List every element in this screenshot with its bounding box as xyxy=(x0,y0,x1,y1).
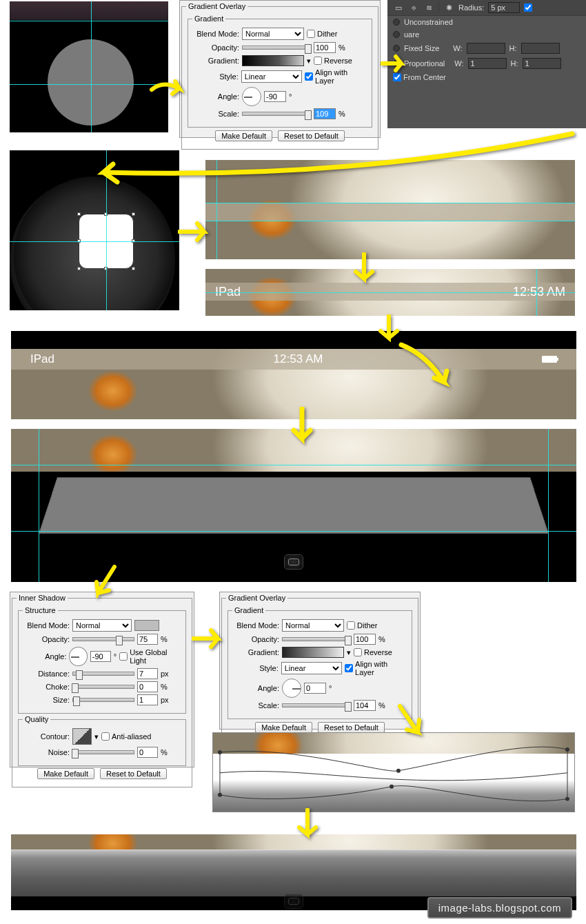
group-structure: Structure xyxy=(23,606,58,614)
color-swatch[interactable] xyxy=(134,620,159,631)
input-radius[interactable] xyxy=(488,2,520,13)
canvas-status-strip-2: IPad 12:53 AM xyxy=(205,269,575,316)
label-gradient: Gradient: xyxy=(192,57,239,65)
radio-fixed-size[interactable] xyxy=(393,45,400,52)
input-scale-2[interactable] xyxy=(354,700,376,711)
slider-is-opacity[interactable] xyxy=(72,637,134,641)
align-left-icon[interactable]: ▭ xyxy=(393,2,404,13)
input-opacity[interactable] xyxy=(314,42,336,53)
select-blend-mode-2[interactable]: Normal xyxy=(282,619,344,632)
select-blend-mode[interactable]: Normal xyxy=(242,28,304,40)
select-style[interactable]: Linear xyxy=(241,70,302,83)
canvas-status-strip-1 xyxy=(205,160,575,259)
reset-default-button[interactable]: Reset to Default xyxy=(278,130,345,141)
label-blend-mode: Blend Mode: xyxy=(192,30,239,38)
reset-default-button-2[interactable]: Reset to Default xyxy=(318,722,385,733)
canvas-status-wide: IPad 12:53 AM xyxy=(11,331,576,419)
slider-noise[interactable] xyxy=(72,750,134,754)
input-fixed-h[interactable] xyxy=(521,43,560,54)
gradient-swatch[interactable] xyxy=(242,55,304,66)
input-fixed-w[interactable] xyxy=(467,43,505,54)
contour-dropdown-icon[interactable]: ▾ xyxy=(94,732,99,741)
status-carrier: IPad xyxy=(215,285,241,299)
canvas-ellipse-guides xyxy=(10,1,168,132)
home-button-icon xyxy=(284,554,303,570)
checkbox-align-layer-2[interactable]: Align with Layer xyxy=(345,660,407,676)
input-angle-2[interactable] xyxy=(304,683,326,694)
radio-square[interactable] xyxy=(393,31,400,38)
status-time-2: 12:53 AM xyxy=(274,352,323,366)
checkbox-dither-2[interactable]: Dither xyxy=(347,621,377,630)
radio-unconstrained[interactable] xyxy=(393,19,400,26)
angle-dial-is[interactable] xyxy=(69,647,87,666)
home-button-final xyxy=(284,894,303,909)
checkbox-reverse[interactable]: Reverse xyxy=(314,57,352,65)
fieldset-title: Gradient Overlay xyxy=(186,2,247,10)
panel-shape-options: ▭ ⎆ ≋ ✺ Radius: Unconstrained uare Fixed… xyxy=(387,0,586,128)
checkbox-unknown[interactable] xyxy=(524,3,532,12)
reset-default-button-is[interactable]: Reset to Default xyxy=(100,768,167,779)
svg-point-5 xyxy=(565,797,569,801)
watermark: image-labs.blogspot.com xyxy=(427,897,572,918)
input-is-angle[interactable] xyxy=(90,651,111,662)
status-carrier-2: IPad xyxy=(30,352,54,366)
canvas-dock-warp xyxy=(11,429,576,582)
gradient-dropdown-icon[interactable]: ▾ xyxy=(307,57,311,66)
slider-opacity[interactable] xyxy=(242,46,311,50)
slider-opacity-2[interactable] xyxy=(282,637,351,641)
checkbox-dither[interactable]: Dither xyxy=(307,30,337,38)
input-angle[interactable] xyxy=(264,91,286,102)
canvas-warp-mesh xyxy=(212,732,575,812)
svg-point-0 xyxy=(396,769,401,773)
input-distance[interactable] xyxy=(137,668,158,679)
make-default-button[interactable]: Make Default xyxy=(215,130,272,141)
input-opacity-2[interactable] xyxy=(354,634,376,645)
label-angle: Angle: xyxy=(192,92,239,101)
panel-gradient-overlay-1: Gradient Overlay Gradient Blend Mode: No… xyxy=(179,0,381,138)
label-radius: Radius: xyxy=(458,3,484,12)
contour-swatch[interactable] xyxy=(72,728,92,745)
group-quality: Quality xyxy=(23,715,50,723)
angle-dial[interactable] xyxy=(242,87,261,106)
slider-size[interactable] xyxy=(72,698,134,702)
slider-distance[interactable] xyxy=(72,672,134,676)
svg-point-1 xyxy=(390,785,394,789)
checkbox-antialiased[interactable]: Anti-aliased xyxy=(101,732,151,741)
make-default-button-2[interactable]: Make Default xyxy=(255,722,312,733)
slider-choke[interactable] xyxy=(72,685,134,689)
input-prop-w[interactable] xyxy=(468,58,507,69)
input-scale[interactable] xyxy=(314,108,336,119)
input-prop-h[interactable] xyxy=(523,58,561,69)
angle-dial-2[interactable] xyxy=(282,679,301,698)
label-opacity: Opacity: xyxy=(192,43,239,52)
status-time: 12:53 AM xyxy=(513,285,565,299)
gear-icon[interactable]: ✺ xyxy=(443,2,454,13)
checkbox-global-light[interactable]: Use Global Light xyxy=(119,648,181,665)
panel-inner-shadow: Inner Shadow Structure Blend Mode: Norma… xyxy=(10,592,194,767)
input-is-opacity[interactable] xyxy=(137,634,158,645)
select-is-blend-mode[interactable]: Normal xyxy=(72,619,132,632)
gradient-dropdown-icon-2[interactable]: ▾ xyxy=(347,648,351,657)
input-choke[interactable] xyxy=(137,681,158,692)
align-center-icon[interactable]: ⎆ xyxy=(408,2,419,13)
battery-icon xyxy=(542,356,557,363)
inner-shadow-title: Inner Shadow xyxy=(17,594,68,602)
svg-point-3 xyxy=(565,747,569,752)
checkbox-reverse-2[interactable]: Reverse xyxy=(354,648,392,656)
svg-point-2 xyxy=(218,750,222,754)
input-size[interactable] xyxy=(137,694,158,705)
group-gradient: Gradient xyxy=(192,14,225,23)
panel-gradient-overlay-2: Gradient Overlay Gradient Blend Mode: No… xyxy=(219,592,421,730)
radio-proportional[interactable] xyxy=(393,60,400,67)
slider-scale[interactable] xyxy=(242,112,311,116)
slider-scale-2[interactable] xyxy=(282,703,351,707)
label-scale: Scale: xyxy=(192,110,239,118)
checkbox-align-layer[interactable]: Align with Layer xyxy=(305,68,367,85)
select-style-2[interactable]: Linear xyxy=(281,662,342,674)
make-default-button-is[interactable]: Make Default xyxy=(37,768,94,779)
gradient-swatch-2[interactable] xyxy=(282,647,344,658)
layers-icon[interactable]: ≋ xyxy=(423,2,434,13)
svg-point-4 xyxy=(218,793,222,797)
checkbox-from-center[interactable]: From Center xyxy=(393,73,446,81)
input-noise[interactable] xyxy=(137,747,158,758)
